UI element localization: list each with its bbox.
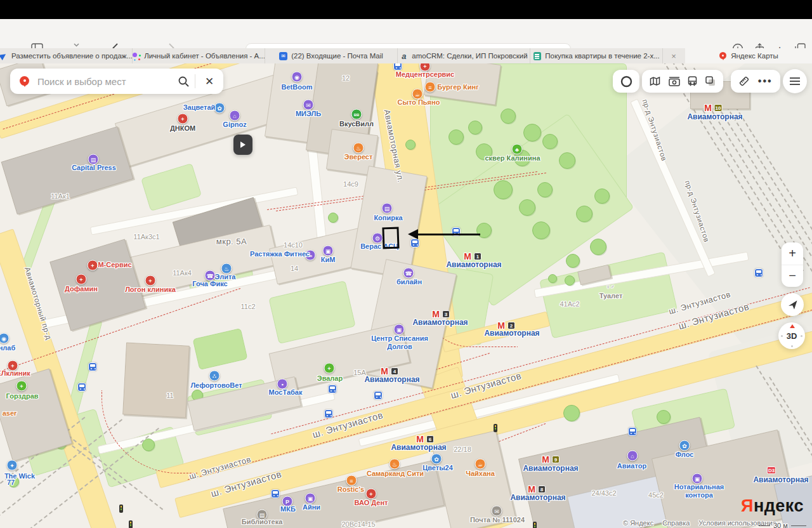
poi-icon[interactable]: ▣ (323, 246, 334, 256)
poi-label[interactable]: Флос (676, 451, 694, 459)
metro-station-label[interactable]: Авиамоторная (687, 112, 742, 121)
transit-stop-icon[interactable] (628, 427, 637, 436)
poi-icon[interactable]: ☎ (403, 268, 414, 279)
poi-label[interactable]: Почта № 111024 (470, 516, 525, 524)
menu-button[interactable] (783, 69, 807, 93)
poi-icon[interactable]: + (16, 381, 27, 392)
poi-label[interactable]: Gipnoz (223, 121, 246, 129)
poi-label[interactable]: ЕЛклиник (0, 369, 30, 378)
tab-5[interactable]: Покупка квартиры в течение 2-х... (530, 48, 663, 63)
metro-station-label[interactable]: Авиамоторная (523, 464, 578, 473)
metro-icon[interactable]: М (542, 454, 549, 465)
zoom-in-button[interactable]: + (782, 242, 803, 265)
poi-label[interactable]: Туалет (599, 292, 623, 300)
poi-icon[interactable]: ♣ (512, 144, 523, 155)
transit-stop-icon[interactable] (393, 63, 402, 70)
tab-4[interactable]: aamoCRM: Сделки, ИП Покровский (398, 48, 530, 63)
panoramas-icon[interactable] (669, 77, 680, 86)
transit-stop-icon[interactable] (374, 391, 383, 400)
search-close-icon[interactable]: ✕ (195, 69, 223, 94)
poi-label[interactable]: Библиотека (242, 518, 283, 526)
poi-label[interactable]: нлаб (0, 344, 15, 352)
poi-label[interactable]: Растяжка Фитнес (250, 250, 310, 258)
transit-stop-icon[interactable] (754, 268, 763, 277)
tab-2[interactable]: Личный кабинет - Объявления - А... (133, 48, 265, 63)
poi-icon[interactable]: + (366, 489, 377, 499)
poi-icon[interactable]: ≡ (425, 82, 436, 93)
metro-station-label[interactable]: Авиамоторная (510, 493, 565, 502)
poi-label[interactable]: BetBoom (282, 83, 313, 91)
poi-icon[interactable]: ▣ (394, 324, 405, 335)
metro-station-label[interactable]: Авиамоторная (391, 443, 446, 452)
poi-label[interactable]: Эвалар (317, 374, 343, 383)
poi-label[interactable]: Горздрав (6, 392, 38, 400)
poi-icon[interactable]: + (88, 260, 98, 271)
map-search-bar[interactable]: ✕ (10, 69, 223, 94)
poi-icon[interactable]: ▤ (382, 203, 393, 214)
transit-stop-icon[interactable] (328, 385, 337, 393)
poi-label[interactable]: Capital Press (72, 164, 116, 172)
poi-label[interactable]: Гоча Фикс (192, 280, 227, 288)
search-icon[interactable] (172, 69, 195, 94)
poi-label[interactable]: Логон клиника (125, 286, 176, 294)
poi-label[interactable]: 77 (7, 478, 15, 487)
layers-icon[interactable] (705, 76, 716, 86)
poi-icon[interactable]: ⚙ (372, 233, 383, 244)
poi-label[interactable]: Rostic's (337, 485, 364, 494)
poi-icon[interactable]: ∴ (209, 371, 220, 381)
poi-label[interactable]: Центр Списания Долгов (371, 334, 428, 351)
poi-icon[interactable]: + (76, 274, 87, 285)
metro-icon[interactable]: М (704, 103, 712, 113)
panel-expander-button[interactable] (233, 135, 252, 155)
poi-icon[interactable]: ▪ (277, 379, 288, 390)
search-input[interactable] (36, 76, 172, 88)
locate-button[interactable] (781, 293, 804, 316)
poi-icon[interactable]: ♨ (353, 143, 364, 154)
metro-station-label[interactable]: Авиамоторная (364, 375, 419, 384)
poi-icon[interactable]: ♨ (390, 459, 400, 470)
poi-label[interactable]: ВАО Дент (355, 499, 388, 507)
zoom-out-button[interactable]: − (782, 265, 803, 287)
poi-label[interactable]: Нотариальная контора (674, 483, 724, 499)
poi-label[interactable]: Айни (303, 503, 320, 512)
poi-label[interactable]: ДНКОМ (170, 124, 195, 133)
poi-label[interactable]: Медцентрсервис (396, 70, 455, 79)
yandex-map-canvas[interactable]: Авиамоторная ул.Авиамоторный пр-дпр-д Эн… (0, 63, 812, 528)
poi-icon[interactable]: ☕ (412, 89, 423, 100)
transit-stop-icon[interactable] (410, 239, 419, 248)
compass-3d-button[interactable]: 3D (778, 322, 805, 349)
transit-stop-icon[interactable] (324, 409, 333, 418)
poi-icon[interactable]: + (178, 114, 188, 124)
poi-icon[interactable]: ✉ (492, 506, 502, 517)
metro-station-label[interactable]: Авиамоторная (446, 260, 501, 269)
poi-icon[interactable]: ⌂ (627, 451, 638, 461)
poi-icon[interactable]: ✿ (679, 440, 690, 451)
metro-station-label[interactable]: Авиамоторная (753, 475, 808, 484)
poi-label[interactable]: МосТабак (269, 388, 303, 397)
poi-label[interactable]: Чайхана (466, 470, 495, 478)
poi-label[interactable]: Копирка (374, 214, 402, 222)
poi-icon[interactable]: ✉ (303, 100, 314, 110)
poi-label[interactable]: Эверест (344, 153, 373, 161)
poi-label[interactable]: Цветы24 (422, 464, 453, 472)
ruler-icon[interactable] (738, 76, 750, 87)
tab-6[interactable]: Яндекс Карты (685, 48, 812, 63)
poi-icon[interactable]: + (324, 363, 335, 374)
poi-icon[interactable]: ✿ (214, 103, 225, 114)
metro-station-label[interactable]: Авиамоторная (412, 318, 468, 327)
poi-icon[interactable]: ◉ (292, 72, 303, 82)
tab-3[interactable]: ✉(22) Входящие - Почта Mail (265, 48, 398, 63)
transit-stop-icon[interactable] (88, 362, 97, 371)
poi-icon[interactable]: ☕ (475, 459, 486, 470)
poi-icon[interactable]: ◉ (0, 333, 10, 344)
help-link[interactable]: Справка (662, 519, 690, 527)
poi-icon[interactable]: ▤ (88, 154, 99, 165)
poi-icon[interactable]: ✦ (7, 460, 18, 471)
poi-icon[interactable]: ▣ (305, 493, 316, 504)
poi-label[interactable]: Сыто Пьяно (398, 98, 440, 107)
chevron-down-icon[interactable] (71, 43, 81, 47)
more-tools-icon[interactable]: ••• (758, 76, 773, 87)
metro-station-label[interactable]: Авиамоторная (484, 329, 539, 338)
poi-label[interactable]: Авиатор (617, 462, 646, 470)
poi-label[interactable]: ВкусВилл (339, 120, 374, 128)
